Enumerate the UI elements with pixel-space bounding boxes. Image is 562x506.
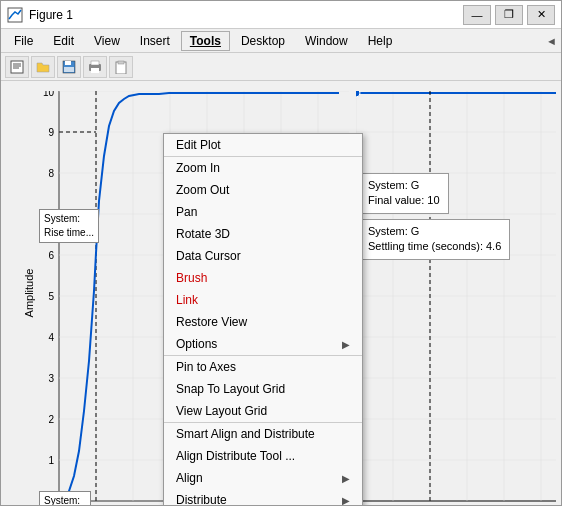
- toolbar-open[interactable]: [31, 56, 55, 78]
- menu-window[interactable]: Window: [296, 31, 357, 51]
- svg-point-73: [356, 91, 360, 97]
- align-submenu-arrow: ▶: [342, 473, 350, 484]
- svg-text:8: 8: [48, 168, 54, 179]
- tools-dropdown: Edit Plot Zoom In Zoom Out Pan Rotate 3D…: [163, 133, 363, 505]
- menu-collapse-arrow: ◄: [546, 35, 557, 47]
- menu-file[interactable]: File: [5, 31, 42, 51]
- svg-rect-10: [91, 61, 99, 65]
- menu-view[interactable]: View: [85, 31, 129, 51]
- menu-align[interactable]: Align ▶: [164, 467, 362, 489]
- svg-text:2: 2: [48, 414, 54, 425]
- y-axis-label: Amplitude: [23, 269, 35, 318]
- svg-rect-0: [8, 8, 22, 22]
- svg-rect-6: [65, 61, 71, 65]
- menu-zoom-out[interactable]: Zoom Out: [164, 179, 362, 201]
- menu-distribute[interactable]: Distribute ▶: [164, 489, 362, 505]
- tooltip-settling-time: System: G Settling time (seconds): 4.6: [359, 219, 510, 260]
- menu-align-distribute-tool[interactable]: Align Distribute Tool ...: [164, 445, 362, 467]
- options-submenu-arrow: ▶: [342, 339, 350, 350]
- annotation-time-amp: System: Time (s... Amplitu...: [39, 491, 91, 505]
- title-left: Figure 1: [7, 7, 73, 23]
- title-bar: Figure 1 — ❐ ✕: [1, 1, 561, 29]
- menu-zoom-in[interactable]: Zoom In: [164, 157, 362, 179]
- toolbar-new[interactable]: [5, 56, 29, 78]
- clipboard-icon: [114, 60, 128, 74]
- menu-desktop[interactable]: Desktop: [232, 31, 294, 51]
- main-content: Amplitude: [1, 81, 561, 505]
- menu-tools[interactable]: Tools: [181, 31, 230, 51]
- figure-icon: [7, 7, 23, 23]
- menu-brush[interactable]: Brush: [164, 267, 362, 289]
- restore-button[interactable]: ❐: [495, 5, 523, 25]
- save-icon: [62, 60, 76, 74]
- svg-rect-7: [64, 67, 74, 72]
- distribute-submenu-arrow: ▶: [342, 495, 350, 506]
- toolbar-save[interactable]: [57, 56, 81, 78]
- menu-pin-to-axes[interactable]: Pin to Axes: [164, 356, 362, 378]
- toolbar: [1, 53, 561, 81]
- annotation-rise-time: System: Rise time...: [39, 209, 99, 243]
- menu-rotate3d[interactable]: Rotate 3D: [164, 223, 362, 245]
- tooltip-final-value: System: G Final value: 10: [359, 173, 449, 214]
- new-icon: [10, 60, 24, 74]
- menu-edit-plot[interactable]: Edit Plot: [164, 134, 362, 157]
- minimize-button[interactable]: —: [463, 5, 491, 25]
- menu-view-layout[interactable]: View Layout Grid: [164, 400, 362, 423]
- svg-text:5: 5: [48, 291, 54, 302]
- open-icon: [36, 60, 50, 74]
- plot-right-svg: 4 5 6 7: [356, 91, 556, 505]
- menu-pan[interactable]: Pan: [164, 201, 362, 223]
- menu-snap-to-grid[interactable]: Snap To Layout Grid: [164, 378, 362, 400]
- menu-restore-view[interactable]: Restore View: [164, 311, 362, 333]
- svg-text:3: 3: [48, 373, 54, 384]
- svg-text:4: 4: [48, 332, 54, 343]
- main-window: Figure 1 — ❐ ✕ File Edit View Insert Too…: [0, 0, 562, 506]
- menu-options[interactable]: Options ▶: [164, 333, 362, 356]
- print-icon: [88, 60, 102, 74]
- menu-insert[interactable]: Insert: [131, 31, 179, 51]
- menu-data-cursor[interactable]: Data Cursor: [164, 245, 362, 267]
- svg-rect-1: [11, 61, 23, 73]
- menu-smart-align[interactable]: Smart Align and Distribute: [164, 423, 362, 445]
- svg-rect-12: [118, 61, 124, 64]
- plot-container: Amplitude: [1, 81, 561, 505]
- svg-text:10: 10: [43, 91, 55, 98]
- title-buttons: — ❐ ✕: [463, 5, 555, 25]
- svg-text:1: 1: [48, 455, 54, 466]
- close-button[interactable]: ✕: [527, 5, 555, 25]
- toolbar-print[interactable]: [83, 56, 107, 78]
- toolbar-clipboard[interactable]: [109, 56, 133, 78]
- window-title: Figure 1: [29, 8, 73, 22]
- menu-help[interactable]: Help: [359, 31, 402, 51]
- menu-bar: File Edit View Insert Tools Desktop Wind…: [1, 29, 561, 53]
- svg-rect-9: [91, 68, 99, 73]
- menu-edit[interactable]: Edit: [44, 31, 83, 51]
- svg-text:9: 9: [48, 127, 54, 138]
- svg-text:6: 6: [48, 250, 54, 261]
- menu-link[interactable]: Link: [164, 289, 362, 311]
